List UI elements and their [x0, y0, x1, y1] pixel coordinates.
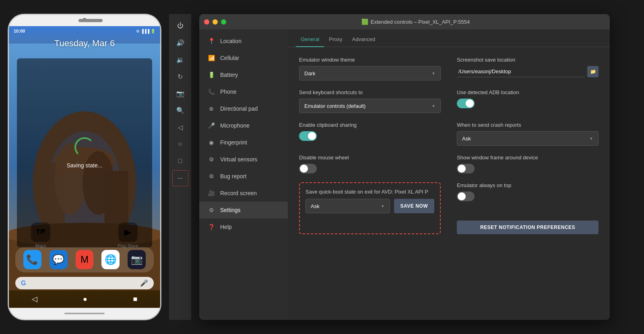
keyboard-label: Send keyboard shortcuts to [299, 89, 441, 95]
crash-value: Ask [462, 136, 471, 142]
record-screen-nav-icon: 🎥 [207, 189, 215, 197]
home-nav-icon[interactable]: ● [83, 295, 87, 303]
phone-screen[interactable]: 10:00 ⚙ ▐▐▐ 🔋 Tuesday, Mar 6 Saving stat… [9, 26, 160, 308]
phone-body: 10:00 ⚙ ▐▐▐ 🔋 Tuesday, Mar 6 Saving stat… [8, 14, 161, 320]
location-nav-icon: 📍 [207, 37, 215, 45]
crash-reports-group: When to send crash reports Ask ▼ [457, 122, 599, 146]
nav-label-dpad: Directional pad [220, 105, 258, 112]
rotate-button[interactable]: ↻ [172, 68, 188, 85]
phone-home-indicator [64, 313, 105, 314]
back-button[interactable]: ◁ [172, 119, 188, 135]
phone-nav-icon-ctrl: 📞 [207, 88, 215, 96]
battery-icon: 🔋 [151, 29, 155, 33]
nav-item-record-screen[interactable]: 🎥 Record screen [199, 185, 288, 202]
keyboard-select[interactable]: Emulator controls (default) ▼ [299, 99, 441, 113]
emulator-theme-value: Dark [304, 70, 315, 76]
nav-item-help[interactable]: ❓ Help [199, 219, 288, 235]
adb-label: Use detected ADB location [457, 89, 599, 95]
emulator-theme-group: Emulator window theme Dark ▼ [299, 57, 441, 80]
camera-app[interactable]: 📷 [128, 250, 146, 269]
nav-item-phone[interactable]: 📞 Phone [199, 83, 288, 100]
nav-item-fingerprint[interactable]: ◉ Fingerprint [199, 134, 288, 151]
mouse-wheel-group: Disable mouse wheel [299, 155, 441, 173]
controls-nav: 📍 Location 📶 Cellular 🔋 Battery 📞 Phone … [199, 29, 288, 320]
controls-body: 📍 Location 📶 Cellular 🔋 Battery 📞 Phone … [199, 29, 610, 320]
power-button[interactable]: ⏻ [172, 18, 188, 34]
clipboard-toggle-knob [308, 132, 316, 140]
phone-status-bar: 10:00 ⚙ ▐▐▐ 🔋 [9, 26, 160, 36]
nav-item-location[interactable]: 📍 Location [199, 33, 288, 49]
saving-overlay: Saving state... [17, 58, 152, 247]
mic-icon: 🎤 [140, 279, 148, 287]
saving-text: Saving state... [67, 162, 103, 169]
phone-search-bar[interactable]: G 🎤 [15, 277, 154, 289]
dpad-nav-icon: ⊕ [207, 105, 215, 113]
folder-browse-button[interactable]: 📁 [587, 66, 599, 77]
adb-location-group: Use detected ADB location [457, 89, 599, 113]
reset-notification-button[interactable]: RESET NOTIFICATION PREFERENCES [457, 221, 599, 234]
window-frame-group: Show window frame around device [457, 155, 599, 173]
screenshot-input-row: /Users/easonj/Desktop 📁 [457, 66, 599, 77]
mouse-wheel-knob [300, 165, 308, 173]
window-title-text: Extended controls – Pixel_XL_API_P:5554 [371, 19, 470, 25]
nav-item-microphone[interactable]: 🎤 Microphone [199, 117, 288, 134]
window-close-button[interactable] [204, 19, 209, 25]
phone-date: Tuesday, Mar 6 [9, 38, 160, 49]
recents-nav-icon[interactable]: ■ [133, 295, 137, 303]
nav-item-cellular[interactable]: 📶 Cellular [199, 49, 288, 66]
nav-label-virtual-sensors: Virtual sensors [220, 156, 257, 163]
screenshot-path-input[interactable]: /Users/easonj/Desktop [457, 66, 585, 77]
overview-button[interactable]: ○ [172, 136, 188, 152]
volume-down-button[interactable]: 🔉 [172, 52, 188, 68]
square-button[interactable]: □ [172, 153, 188, 169]
window-frame-knob [458, 165, 466, 173]
emulator-theme-select[interactable]: Dark ▼ [299, 66, 441, 80]
window-title-icon: 🟩 [361, 19, 368, 25]
keyboard-shortcuts-group: Send keyboard shortcuts to Emulator cont… [299, 89, 441, 113]
crash-select[interactable]: Ask ▼ [457, 131, 599, 146]
nav-item-bug-report[interactable]: ⚙ Bug report [199, 168, 288, 185]
window-maximize-button[interactable] [221, 19, 226, 25]
screenshot-path-value: /Users/easonj/Desktop [458, 68, 511, 74]
back-nav-icon[interactable]: ◁ [32, 295, 37, 303]
google-g-icon: G [21, 280, 26, 287]
messages-app[interactable]: 💬 [50, 250, 68, 269]
quick-boot-select[interactable]: Ask ▼ [305, 199, 390, 213]
theme-chevron-icon: ▼ [431, 71, 436, 76]
controls-content: General Proxy Advanced Emulator window t… [288, 29, 610, 320]
quick-boot-value: Ask [311, 203, 320, 209]
phone-app[interactable]: 📞 [23, 250, 41, 269]
keyboard-chevron-icon: ▼ [431, 104, 436, 108]
clipboard-toggle[interactable] [299, 131, 317, 141]
nav-item-dpad[interactable]: ⊕ Directional pad [199, 100, 288, 117]
adb-toggle[interactable] [457, 99, 475, 108]
window-controls [204, 19, 226, 25]
settings-form: Emulator window theme Dark ▼ Screenshot … [288, 47, 610, 244]
window-frame-toggle[interactable] [457, 164, 475, 173]
phone-nav-bar: ◁ ● ■ [9, 290, 160, 308]
screenshot-location-group: Screenshot save location /Users/easonj/D… [457, 57, 599, 80]
always-on-top-toggle[interactable] [457, 192, 475, 201]
quick-boot-section: Save quick-boot state on exit for AVD: P… [299, 182, 441, 234]
tab-general[interactable]: General [296, 32, 324, 47]
screenshot-button[interactable]: 📷 [172, 85, 188, 101]
settings-icon: ⚙ [136, 29, 140, 33]
nav-item-settings[interactable]: ⚙ Settings [199, 202, 288, 219]
save-now-button[interactable]: SAVE NOW [394, 199, 434, 213]
window-minimize-button[interactable] [213, 19, 218, 25]
saving-spinner [74, 137, 95, 157]
sidebar-toolbar: ⏻ 🔊 🔉 ↻ 📷 🔍 ◁ ○ □ ··· [169, 16, 191, 189]
nav-item-battery[interactable]: 🔋 Battery [199, 66, 288, 83]
volume-up-button[interactable]: 🔊 [172, 35, 188, 51]
tab-proxy[interactable]: Proxy [324, 32, 347, 47]
nav-label-microphone: Microphone [220, 122, 250, 129]
zoom-button[interactable]: 🔍 [172, 102, 188, 118]
more-button[interactable]: ··· [172, 170, 188, 186]
adb-toggle-knob [466, 99, 474, 107]
mouse-wheel-toggle[interactable] [299, 164, 317, 173]
phone-time: 10:00 [14, 29, 25, 33]
gmail-app[interactable]: M [76, 250, 94, 269]
nav-item-virtual-sensors[interactable]: ⚙ Virtual sensors [199, 151, 288, 168]
tab-advanced[interactable]: Advanced [347, 32, 380, 47]
chrome-app[interactable]: 🌐 [101, 250, 120, 269]
